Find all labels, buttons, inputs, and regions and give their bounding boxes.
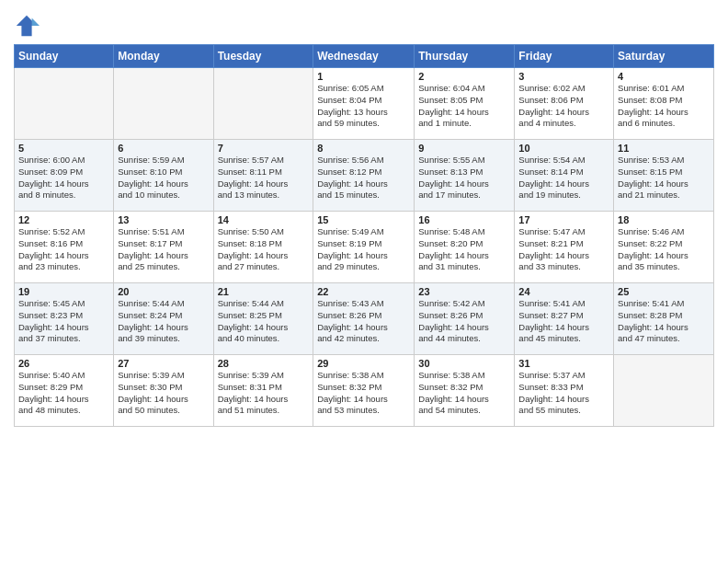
day-number: 25	[618, 286, 710, 297]
header	[14, 9, 714, 39]
day-info: Sunrise: 5:52 AMSunset: 8:16 PMDaylight:…	[18, 226, 109, 273]
day-info: Sunrise: 5:44 AMSunset: 8:24 PMDaylight:…	[118, 298, 209, 345]
logo	[14, 13, 41, 39]
day-info: Sunrise: 5:50 AMSunset: 8:18 PMDaylight:…	[218, 226, 310, 273]
day-number: 17	[518, 214, 609, 225]
calendar-week-row: 1Sunrise: 6:05 AMSunset: 8:04 PMDaylight…	[15, 68, 714, 140]
day-number: 6	[118, 143, 209, 154]
calendar-day-cell: 27Sunrise: 5:39 AMSunset: 8:30 PMDayligh…	[114, 355, 213, 427]
page: SundayMondayTuesdayWednesdayThursdayFrid…	[0, 0, 728, 563]
day-info: Sunrise: 6:00 AMSunset: 8:09 PMDaylight:…	[18, 155, 109, 201]
calendar-week-row: 12Sunrise: 5:52 AMSunset: 8:16 PMDayligh…	[15, 212, 714, 283]
calendar-day-cell	[15, 68, 114, 140]
day-info: Sunrise: 5:41 AMSunset: 8:28 PMDaylight:…	[618, 298, 710, 345]
calendar-day-header: Friday	[515, 45, 614, 68]
day-info: Sunrise: 5:57 AMSunset: 8:11 PMDaylight:…	[218, 155, 310, 201]
svg-marker-1	[32, 18, 40, 26]
calendar-day-cell: 15Sunrise: 5:49 AMSunset: 8:19 PMDayligh…	[313, 212, 415, 283]
day-info: Sunrise: 5:49 AMSunset: 8:19 PMDaylight:…	[317, 226, 410, 273]
day-number: 11	[618, 143, 710, 154]
calendar-day-header: Wednesday	[313, 45, 415, 68]
day-info: Sunrise: 5:39 AMSunset: 8:30 PMDaylight:…	[118, 370, 209, 417]
day-number: 5	[18, 143, 109, 154]
calendar-day-cell	[614, 355, 714, 427]
calendar-day-cell: 21Sunrise: 5:44 AMSunset: 8:25 PMDayligh…	[213, 283, 313, 355]
day-info: Sunrise: 5:59 AMSunset: 8:10 PMDaylight:…	[118, 155, 209, 201]
day-info: Sunrise: 5:46 AMSunset: 8:22 PMDaylight:…	[618, 226, 710, 273]
day-info: Sunrise: 6:01 AMSunset: 8:08 PMDaylight:…	[618, 83, 710, 130]
calendar-day-cell: 22Sunrise: 5:43 AMSunset: 8:26 PMDayligh…	[313, 283, 415, 355]
day-number: 18	[618, 214, 710, 225]
calendar-week-row: 26Sunrise: 5:40 AMSunset: 8:29 PMDayligh…	[15, 355, 714, 427]
day-info: Sunrise: 5:42 AMSunset: 8:26 PMDaylight:…	[418, 298, 510, 345]
day-number: 8	[317, 143, 410, 154]
day-number: 16	[418, 214, 510, 225]
calendar-day-cell	[213, 68, 313, 140]
day-number: 7	[218, 143, 310, 154]
day-info: Sunrise: 5:38 AMSunset: 8:32 PMDaylight:…	[418, 370, 510, 417]
calendar-day-cell: 8Sunrise: 5:56 AMSunset: 8:12 PMDaylight…	[313, 140, 415, 212]
calendar-day-cell: 18Sunrise: 5:46 AMSunset: 8:22 PMDayligh…	[614, 212, 714, 283]
day-number: 22	[317, 286, 410, 297]
day-number: 20	[118, 286, 209, 297]
day-number: 27	[118, 358, 209, 369]
calendar-day-cell: 17Sunrise: 5:47 AMSunset: 8:21 PMDayligh…	[515, 212, 614, 283]
calendar-day-cell: 7Sunrise: 5:57 AMSunset: 8:11 PMDaylight…	[213, 140, 313, 212]
day-info: Sunrise: 5:43 AMSunset: 8:26 PMDaylight:…	[317, 298, 410, 345]
calendar-day-header: Sunday	[15, 45, 114, 68]
calendar-day-cell: 23Sunrise: 5:42 AMSunset: 8:26 PMDayligh…	[415, 283, 515, 355]
calendar-day-cell: 29Sunrise: 5:38 AMSunset: 8:32 PMDayligh…	[313, 355, 415, 427]
day-info: Sunrise: 5:45 AMSunset: 8:23 PMDaylight:…	[18, 298, 109, 345]
day-number: 29	[317, 358, 410, 369]
day-number: 12	[18, 214, 109, 225]
calendar-day-header: Monday	[114, 45, 213, 68]
day-number: 13	[118, 214, 209, 225]
calendar-day-cell: 25Sunrise: 5:41 AMSunset: 8:28 PMDayligh…	[614, 283, 714, 355]
calendar-day-header: Saturday	[614, 45, 714, 68]
day-info: Sunrise: 5:56 AMSunset: 8:12 PMDaylight:…	[317, 155, 410, 201]
day-number: 21	[218, 286, 310, 297]
day-number: 28	[218, 358, 310, 369]
day-number: 9	[418, 143, 510, 154]
calendar-day-cell: 6Sunrise: 5:59 AMSunset: 8:10 PMDaylight…	[114, 140, 213, 212]
calendar-day-cell: 16Sunrise: 5:48 AMSunset: 8:20 PMDayligh…	[415, 212, 515, 283]
calendar-day-cell: 12Sunrise: 5:52 AMSunset: 8:16 PMDayligh…	[15, 212, 114, 283]
day-number: 15	[317, 214, 410, 225]
day-number: 4	[618, 71, 710, 82]
calendar-week-row: 5Sunrise: 6:00 AMSunset: 8:09 PMDaylight…	[15, 140, 714, 212]
day-number: 23	[418, 286, 510, 297]
calendar-day-cell: 20Sunrise: 5:44 AMSunset: 8:24 PMDayligh…	[114, 283, 213, 355]
calendar-day-cell: 26Sunrise: 5:40 AMSunset: 8:29 PMDayligh…	[15, 355, 114, 427]
day-number: 31	[518, 358, 609, 369]
calendar-day-cell: 19Sunrise: 5:45 AMSunset: 8:23 PMDayligh…	[15, 283, 114, 355]
calendar-day-cell: 28Sunrise: 5:39 AMSunset: 8:31 PMDayligh…	[213, 355, 313, 427]
day-info: Sunrise: 5:44 AMSunset: 8:25 PMDaylight:…	[218, 298, 310, 345]
calendar-day-cell: 24Sunrise: 5:41 AMSunset: 8:27 PMDayligh…	[515, 283, 614, 355]
calendar-day-cell: 13Sunrise: 5:51 AMSunset: 8:17 PMDayligh…	[114, 212, 213, 283]
day-info: Sunrise: 5:53 AMSunset: 8:15 PMDaylight:…	[618, 155, 710, 201]
day-info: Sunrise: 5:47 AMSunset: 8:21 PMDaylight:…	[518, 226, 609, 273]
day-info: Sunrise: 5:40 AMSunset: 8:29 PMDaylight:…	[18, 370, 109, 417]
calendar-day-cell: 3Sunrise: 6:02 AMSunset: 8:06 PMDaylight…	[515, 68, 614, 140]
day-info: Sunrise: 5:41 AMSunset: 8:27 PMDaylight:…	[518, 298, 609, 345]
day-info: Sunrise: 5:37 AMSunset: 8:33 PMDaylight:…	[518, 370, 609, 417]
day-number: 24	[518, 286, 609, 297]
day-number: 26	[18, 358, 109, 369]
day-info: Sunrise: 5:48 AMSunset: 8:20 PMDaylight:…	[418, 226, 510, 273]
calendar-day-cell: 11Sunrise: 5:53 AMSunset: 8:15 PMDayligh…	[614, 140, 714, 212]
calendar-week-row: 19Sunrise: 5:45 AMSunset: 8:23 PMDayligh…	[15, 283, 714, 355]
calendar-day-header: Thursday	[415, 45, 515, 68]
calendar-day-cell: 1Sunrise: 6:05 AMSunset: 8:04 PMDaylight…	[313, 68, 415, 140]
calendar-day-cell: 30Sunrise: 5:38 AMSunset: 8:32 PMDayligh…	[415, 355, 515, 427]
day-info: Sunrise: 6:05 AMSunset: 8:04 PMDaylight:…	[317, 83, 410, 130]
calendar-day-cell: 31Sunrise: 5:37 AMSunset: 8:33 PMDayligh…	[515, 355, 614, 427]
day-info: Sunrise: 5:51 AMSunset: 8:17 PMDaylight:…	[118, 226, 209, 273]
day-info: Sunrise: 5:55 AMSunset: 8:13 PMDaylight:…	[418, 155, 510, 201]
day-info: Sunrise: 6:04 AMSunset: 8:05 PMDaylight:…	[418, 83, 510, 130]
calendar-table: SundayMondayTuesdayWednesdayThursdayFrid…	[14, 44, 714, 427]
calendar-day-cell: 2Sunrise: 6:04 AMSunset: 8:05 PMDaylight…	[415, 68, 515, 140]
day-number: 14	[218, 214, 310, 225]
day-number: 2	[418, 71, 510, 82]
calendar-day-cell: 14Sunrise: 5:50 AMSunset: 8:18 PMDayligh…	[213, 212, 313, 283]
day-number: 3	[518, 71, 609, 82]
